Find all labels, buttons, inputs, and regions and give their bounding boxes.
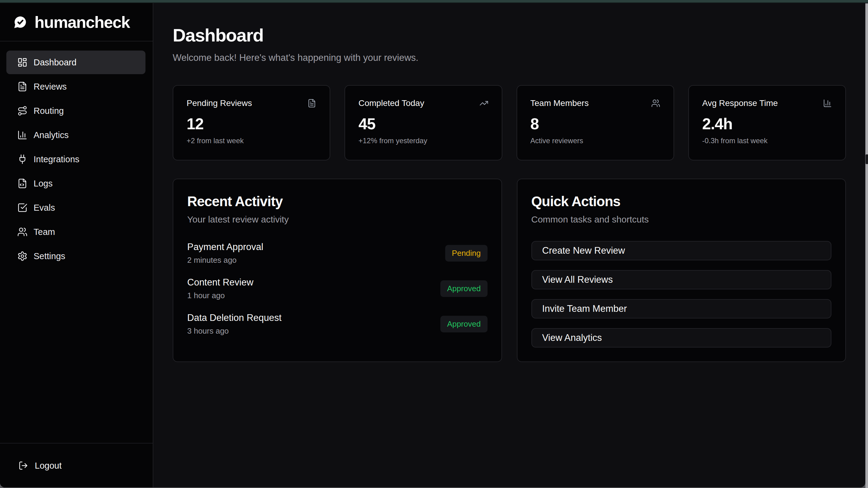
page-title: Dashboard xyxy=(173,25,846,46)
stat-card-completed-today: Completed Today 45 +12% from yesterday xyxy=(344,85,502,161)
sidebar-item-analytics[interactable]: Analytics xyxy=(6,123,146,147)
browser-theme-bar xyxy=(0,0,868,3)
file-code-icon xyxy=(17,178,28,189)
chart-column-icon xyxy=(823,99,832,108)
recent-activity-card: Recent Activity Your latest review activ… xyxy=(173,179,502,362)
stats-grid: Pending Reviews 12 +2 from last week Com… xyxy=(173,85,846,161)
sidebar-item-logs[interactable]: Logs xyxy=(6,172,146,195)
stat-value: 12 xyxy=(187,115,316,133)
scrollbar[interactable] xyxy=(865,4,868,488)
chart-column-icon xyxy=(17,130,28,140)
stat-card-pending-reviews: Pending Reviews 12 +2 from last week xyxy=(173,85,330,161)
route-icon xyxy=(17,106,28,116)
file-text-icon xyxy=(307,99,316,108)
layout-dashboard-icon xyxy=(17,57,28,67)
stat-label: Pending Reviews xyxy=(187,98,252,108)
quick-actions-card: Quick Actions Common tasks and shortcuts… xyxy=(517,179,846,362)
sidebar-item-label: Integrations xyxy=(34,154,80,164)
stat-note: +12% from yesterday xyxy=(359,137,488,145)
activity-row-content-review: Content Review 1 hour ago Approved xyxy=(187,277,488,300)
file-text-icon xyxy=(17,81,28,92)
sidebar-item-label: Evals xyxy=(34,203,55,213)
quick-actions-subtitle: Common tasks and shortcuts xyxy=(531,214,832,225)
sidebar-item-label: Settings xyxy=(34,251,65,261)
quick-actions-title: Quick Actions xyxy=(531,193,832,209)
stat-card-avg-response-time: Avg Response Time 2.4h -0.3h from last w… xyxy=(688,85,846,161)
sidebar: humancheck Dashboard Reviews Routing Ana… xyxy=(0,3,153,487)
sidebar-item-evals[interactable]: Evals xyxy=(6,196,146,220)
create-new-review-button[interactable]: Create New Review xyxy=(531,241,832,260)
activity-name: Data Deletion Request xyxy=(187,312,282,323)
sidebar-item-label: Reviews xyxy=(34,82,67,92)
stat-label: Avg Response Time xyxy=(702,98,778,108)
plug-icon xyxy=(17,154,28,164)
brand-name: humancheck xyxy=(34,13,130,31)
status-badge-approved: Approved xyxy=(440,280,487,297)
invite-team-member-button[interactable]: Invite Team Member xyxy=(531,299,832,318)
activity-time: 3 hours ago xyxy=(187,326,282,336)
recent-activity-subtitle: Your latest review activity xyxy=(187,214,488,225)
stat-value: 8 xyxy=(530,115,660,133)
activity-time: 2 minutes ago xyxy=(187,256,264,265)
stat-card-team-members: Team Members 8 Active reviewers xyxy=(517,85,674,161)
view-analytics-button[interactable]: View Analytics xyxy=(531,328,832,347)
humancheck-logo-icon xyxy=(13,15,28,30)
bottom-grid: Recent Activity Your latest review activ… xyxy=(173,179,846,362)
status-badge-pending: Pending xyxy=(445,245,487,262)
stat-label: Team Members xyxy=(530,98,589,108)
stat-value: 2.4h xyxy=(702,115,832,133)
activity-row-data-deletion-request: Data Deletion Request 3 hours ago Approv… xyxy=(187,312,488,336)
scrollbar-thumb[interactable] xyxy=(866,154,868,164)
view-all-reviews-button[interactable]: View All Reviews xyxy=(531,270,832,289)
stat-note: Active reviewers xyxy=(530,137,660,145)
sidebar-item-routing[interactable]: Routing xyxy=(6,99,146,123)
activity-list: Payment Approval 2 minutes ago Pending C… xyxy=(187,241,488,336)
app-window: humancheck Dashboard Reviews Routing Ana… xyxy=(0,3,865,487)
activity-name: Content Review xyxy=(187,277,253,288)
sidebar-item-label: Analytics xyxy=(34,130,69,140)
logout-button[interactable]: Logout xyxy=(7,454,146,478)
stat-label: Completed Today xyxy=(359,98,424,108)
quick-actions-list: Create New Review View All Reviews Invit… xyxy=(531,241,832,347)
stat-value: 45 xyxy=(359,115,488,133)
main-content: Dashboard Welcome back! Here's what's ha… xyxy=(153,3,865,487)
sidebar-item-dashboard[interactable]: Dashboard xyxy=(6,51,146,74)
activity-time: 1 hour ago xyxy=(187,291,253,300)
sidebar-item-integrations[interactable]: Integrations xyxy=(6,147,146,171)
stat-note: -0.3h from last week xyxy=(702,137,832,145)
page-subtitle: Welcome back! Here's what's happening wi… xyxy=(173,52,846,63)
log-out-icon xyxy=(19,461,28,470)
activity-row-payment-approval: Payment Approval 2 minutes ago Pending xyxy=(187,241,488,265)
stat-note: +2 from last week xyxy=(187,137,316,145)
sidebar-item-label: Team xyxy=(34,227,55,237)
users-icon xyxy=(17,227,28,237)
sidebar-item-label: Logs xyxy=(34,179,53,189)
sidebar-item-team[interactable]: Team xyxy=(6,220,146,244)
sidebar-item-label: Routing xyxy=(34,106,64,116)
sidebar-item-settings[interactable]: Settings xyxy=(6,244,146,268)
brand-logo: humancheck xyxy=(0,3,153,41)
sidebar-item-label: Dashboard xyxy=(34,58,76,67)
check-square-icon xyxy=(17,203,28,213)
logout-section: Logout xyxy=(0,443,153,487)
trending-up-icon xyxy=(479,99,489,108)
gear-icon xyxy=(17,251,28,261)
status-badge-approved: Approved xyxy=(440,316,487,333)
sidebar-item-reviews[interactable]: Reviews xyxy=(6,75,146,98)
logout-label: Logout xyxy=(35,461,62,471)
activity-name: Payment Approval xyxy=(187,241,264,253)
recent-activity-title: Recent Activity xyxy=(187,193,488,209)
sidebar-nav: Dashboard Reviews Routing Analytics Inte… xyxy=(0,41,153,443)
users-icon xyxy=(651,99,660,108)
